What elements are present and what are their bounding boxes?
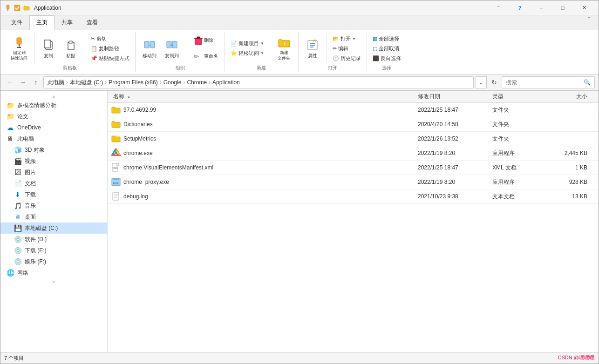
address-path[interactable]: 此电脑 › 本地磁盘 (C:) › Program Files (x86) › …: [43, 76, 474, 88]
sidebar-item-analysis[interactable]: 📁 多模态情感分析: [0, 100, 107, 111]
sidebar-item-thesis[interactable]: 📁 论文: [0, 111, 107, 122]
file-size: 1 KB: [548, 164, 595, 171]
ribbon-collapse-btn[interactable]: ⌃: [488, 0, 509, 15]
col-header-date[interactable]: 修改日期: [418, 93, 492, 101]
sidebar-item-music[interactable]: 🎵 音乐: [0, 200, 107, 211]
sidebar-item-downloads[interactable]: ⬇ 下载: [0, 189, 107, 200]
sidebar-item-desktop[interactable]: 🖥 桌面: [0, 211, 107, 222]
svg-text:✏: ✏: [194, 53, 199, 60]
new-items-col: 📄 新建项目 ▼ ⭐ 轻松访问 ▼: [229, 39, 266, 58]
select-none-label: 全部取消: [379, 45, 399, 52]
table-row[interactable]: 97.0.4692.99 2022/1/25 18:47 文件夹: [108, 103, 599, 117]
path-chrome[interactable]: Chrome: [187, 79, 207, 86]
sidebar-item-3d[interactable]: 🧊 3D 对象: [0, 144, 107, 155]
paste-btn-label: 粘贴: [66, 53, 75, 59]
help-btn[interactable]: ?: [509, 0, 531, 15]
tab-file[interactable]: 文件: [4, 15, 29, 30]
move-to-button[interactable]: → 移动到: [139, 36, 160, 61]
table-row[interactable]: chrome.exe 2022/1/19 8:20 应用程序 2,445 KB: [108, 146, 599, 161]
desktop-icon: 🖥: [14, 213, 22, 221]
forward-button[interactable]: →: [17, 77, 28, 88]
d-drive-icon: 💿: [14, 235, 22, 243]
table-row[interactable]: SetupMetrics 2022/1/26 13:52 文件夹: [108, 132, 599, 146]
table-row[interactable]: debug.log 2021/10/23 9:38 文本文档 13 KB: [108, 189, 599, 204]
close-btn[interactable]: ✕: [573, 0, 595, 15]
easy-access-button[interactable]: ⭐ 轻松访问 ▼: [229, 49, 266, 58]
path-drive[interactable]: 本地磁盘 (C:): [70, 79, 103, 87]
rename-button[interactable]: ✏ 重命名: [190, 49, 221, 64]
invert-select-button[interactable]: ⬛ 反向选择: [371, 54, 403, 63]
sidebar-item-onedrive[interactable]: ☁ OneDrive: [0, 122, 107, 133]
svg-rect-0: [7, 5, 9, 9]
up-button[interactable]: ↑: [30, 77, 41, 88]
col-header-size[interactable]: 大小: [548, 93, 595, 101]
col-header-type[interactable]: 类型: [492, 93, 548, 101]
downloads-icon: ⬇: [14, 190, 22, 199]
pin-icon: [4, 4, 12, 12]
path-application[interactable]: Application: [212, 79, 240, 86]
file-size: 2,445 KB: [548, 150, 595, 156]
cut-button[interactable]: ✂ 剪切: [89, 34, 131, 43]
file-date: 2022/1/19 8:20: [418, 179, 492, 185]
back-button[interactable]: ←: [4, 77, 15, 88]
sidebar-label-documents: 文档: [25, 180, 36, 188]
new-folder-button[interactable]: + 新建文件夹: [274, 34, 294, 63]
sidebar-item-d-drive[interactable]: 💿 软件 (D:): [0, 234, 107, 245]
window-title: Application: [34, 5, 488, 11]
table-row[interactable]: Dictionaries 2020/4/20 14:58 文件夹: [108, 117, 599, 132]
file-type: XML 文档: [492, 164, 548, 172]
file-name-cell: 97.0.4692.99: [111, 105, 418, 115]
properties-button[interactable]: 属性: [302, 36, 323, 61]
sidebar-item-pc[interactable]: 🖥 此电脑: [0, 133, 107, 144]
paste-button[interactable]: 粘贴: [61, 36, 81, 61]
divider-1: [34, 34, 34, 63]
new-item-button[interactable]: 📄 新建项目 ▼: [229, 39, 266, 48]
video-icon: 🎬: [14, 157, 22, 165]
window: Application ⌃ ? − □ ✕ 文件 主页 共享 查看 ⌃: [0, 0, 599, 364]
path-pc[interactable]: 此电脑: [48, 79, 64, 87]
delete-button[interactable]: 删除: [190, 33, 221, 48]
minimize-btn[interactable]: −: [531, 0, 552, 15]
edit-button[interactable]: ✏ 编辑: [331, 44, 363, 53]
history-button[interactable]: 🕐 历史记录: [331, 54, 363, 63]
sidebar-item-pictures[interactable]: 🖼 图片: [0, 167, 107, 178]
sidebar-item-c-drive[interactable]: 💾 本地磁盘 (C:): [0, 222, 107, 234]
sidebar-item-network[interactable]: 🌐 网络: [0, 267, 107, 278]
paste-shortcut-button[interactable]: 📌 粘贴快捷方式: [89, 54, 131, 63]
select-none-icon: ▢: [373, 46, 377, 52]
history-icon: 🕐: [333, 55, 339, 61]
copy-btn-label: 复制: [44, 53, 53, 59]
copy-to-button[interactable]: ⇒ 复制到: [162, 36, 182, 61]
path-program-files[interactable]: Program Files (x86): [109, 79, 157, 86]
pin-to-quickaccess-button[interactable]: 固定到快速访问: [8, 34, 30, 63]
sidebar-item-documents[interactable]: 📄 文档: [0, 178, 107, 189]
tab-home[interactable]: 主页: [29, 15, 54, 30]
copy-button[interactable]: 复制: [38, 36, 59, 61]
paste-icon: [63, 38, 78, 53]
tab-view[interactable]: 查看: [80, 15, 105, 30]
tab-share[interactable]: 共享: [54, 15, 80, 30]
clipboard-content: 固定到快速访问 复制: [8, 33, 131, 64]
sidebar-item-f-drive[interactable]: 💿 娱乐 (F:): [0, 256, 107, 267]
select-none-button[interactable]: ▢ 全部取消: [371, 44, 403, 53]
ribbon-expand-btn[interactable]: ⌃: [584, 15, 595, 22]
address-dropdown-btn[interactable]: ⌄: [476, 76, 487, 88]
table-row[interactable]: XML chrome.VisualElementsManifest.xml 20…: [108, 161, 599, 175]
table-row[interactable]: EXE chrome_proxy.exe 2022/1/19 8:20 应用程序…: [108, 175, 599, 189]
maximize-btn[interactable]: □: [552, 0, 573, 15]
sidebar-item-e-drive[interactable]: 💿 下载 (E:): [0, 245, 107, 256]
edit-label: 编辑: [338, 45, 348, 52]
file-name-cell: Dictionaries: [111, 120, 418, 129]
path-google[interactable]: Google: [163, 79, 182, 86]
col-header-name[interactable]: 名称 ▲: [111, 93, 418, 101]
copy-path-button[interactable]: 📋 复制路径: [89, 44, 131, 53]
svg-rect-16: [195, 38, 202, 45]
search-input[interactable]: [506, 79, 584, 86]
refresh-button[interactable]: ↻: [489, 76, 500, 88]
clipboard-label: 剪贴板: [63, 65, 77, 71]
address-bar: ← → ↑ 此电脑 › 本地磁盘 (C:) › Program Files (x…: [0, 74, 599, 91]
select-all-button[interactable]: ▦ 全部选择: [371, 34, 403, 43]
easy-access-label: 轻松访问: [238, 50, 259, 57]
open-button[interactable]: 📂 打开 ▼: [331, 34, 363, 43]
sidebar-item-video[interactable]: 🎬 视频: [0, 155, 107, 167]
